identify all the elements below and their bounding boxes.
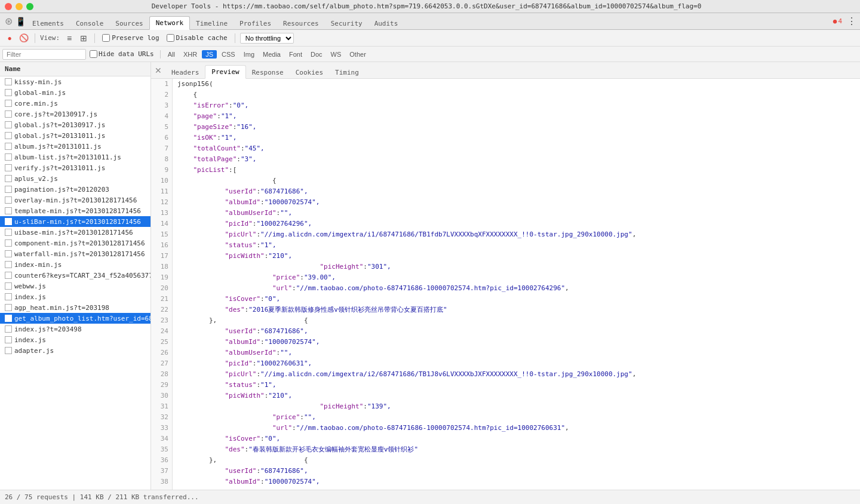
main-tab-timeline[interactable]: Timeline <box>190 17 234 30</box>
json-line-23: }, { <box>177 315 860 326</box>
mobile-icon[interactable]: 📱 <box>14 16 26 27</box>
file-list-item[interactable]: counter6?keys=TCART_234_f52a4056377... <box>0 270 150 281</box>
file-icon <box>5 239 12 247</box>
json-line-8: "totalPage":"3", <box>177 154 860 165</box>
file-icon <box>5 218 12 225</box>
json-line-22: "des":"2016夏季新款韩版修身性感v领针织衫亮丝吊带背心女夏百搭打底" <box>177 305 860 315</box>
filter-type-css[interactable]: CSS <box>218 50 239 59</box>
file-list-item[interactable]: kissy-min.js <box>0 76 150 87</box>
file-list-item[interactable]: index.js <box>0 334 150 345</box>
file-icon <box>5 229 12 236</box>
network-toolbar: 🚫 View: ≡ ⊞ Preserve log Disable cache N… <box>0 30 860 47</box>
view-label: View: <box>40 34 60 42</box>
disable-cache-checkbox[interactable] <box>167 34 174 42</box>
main-tab-audits[interactable]: Audits <box>368 17 404 30</box>
main-tab-resources[interactable]: Resources <box>277 17 325 30</box>
main-tab-network[interactable]: Network <box>149 16 190 30</box>
filter-separator <box>160 50 161 59</box>
more-options-button[interactable]: ⋮ <box>846 16 858 27</box>
minimize-button[interactable] <box>16 3 23 10</box>
file-icon <box>5 207 12 214</box>
file-list-item[interactable]: template-min.js?t=20130128171456 <box>0 205 150 216</box>
json-line-27: "picId":"10002760631", <box>177 358 860 369</box>
filter-type-doc[interactable]: Doc <box>307 50 326 59</box>
window-controls[interactable] <box>5 3 33 10</box>
file-list-item[interactable]: album-list.js?t=20131011.js <box>0 152 150 162</box>
file-list-item[interactable]: global-min.js <box>0 87 150 98</box>
filter-type-js[interactable]: JS <box>202 50 217 59</box>
file-list-item[interactable]: index.js?t=203498 <box>0 324 150 334</box>
file-list-item[interactable]: pagination.js?t=20120203 <box>0 184 150 195</box>
file-list-item[interactable]: overlay-min.js?t=20130128171456 <box>0 195 150 205</box>
file-icon <box>5 132 12 139</box>
main-tab-elements[interactable]: Elements <box>26 17 70 30</box>
json-line-39: "albumUserId":"", <box>177 487 860 490</box>
file-list-item[interactable]: index.js <box>0 291 150 302</box>
file-icon <box>5 164 12 171</box>
file-icon <box>5 261 12 268</box>
file-list-item[interactable]: adapter.js <box>0 345 150 356</box>
filter-type-xhr[interactable]: XHR <box>180 50 201 59</box>
file-icon <box>5 315 12 322</box>
filter-input[interactable] <box>2 49 86 60</box>
file-list-item[interactable]: get_album_photo_list.htm?user_id=6874... <box>0 313 150 324</box>
detail-tab-headers[interactable]: Headers <box>165 66 205 79</box>
json-line-34: "isCover":"0", <box>177 434 860 444</box>
file-list-item[interactable]: verify.js?t=20131011.js <box>0 162 150 173</box>
close-button[interactable] <box>5 3 12 10</box>
json-line-38: "albumId":"10000702574", <box>177 477 860 487</box>
preserve-log-checkbox[interactable] <box>102 34 110 42</box>
json-line-10: { <box>177 176 860 186</box>
file-list-item[interactable]: component-min.js?t=20130128171456 <box>0 238 150 248</box>
main-tab-sources[interactable]: Sources <box>109 17 149 30</box>
file-icon <box>5 110 12 118</box>
main-tab-bar: ⊛ 📱 ElementsConsoleSourcesNetworkTimelin… <box>0 13 860 30</box>
filter-type-other[interactable]: Other <box>346 50 370 59</box>
disable-cache-label[interactable]: Disable cache <box>167 34 228 42</box>
main-tab-console[interactable]: Console <box>70 17 109 30</box>
file-list-item[interactable]: core.js?t=20130917.js <box>0 109 150 119</box>
detail-tab-response[interactable]: Response <box>246 66 290 79</box>
file-icon <box>5 153 12 161</box>
filter-type-font[interactable]: Font <box>285 50 306 59</box>
filter-type-ws[interactable]: WS <box>327 50 345 59</box>
file-list-item[interactable]: core.min.js <box>0 98 150 109</box>
preserve-log-label[interactable]: Preserve log <box>102 34 159 42</box>
maximize-button[interactable] <box>26 3 33 10</box>
file-list-item[interactable]: uibase-min.js?t=20130128171456 <box>0 227 150 238</box>
devtools-icon[interactable]: ⊛ <box>2 16 14 27</box>
file-icon <box>5 196 12 204</box>
hide-data-urls-checkbox[interactable] <box>90 50 97 58</box>
file-list-item[interactable]: u-sliBar-min.js?t=20130128171456 <box>0 216 150 227</box>
file-list-item[interactable]: waterfall-min.js?t=20130128171456 <box>0 248 150 259</box>
file-list-item[interactable]: webww.js <box>0 281 150 291</box>
json-line-24: "userId":"687471686", <box>177 326 860 337</box>
detail-tab-cookies[interactable]: Cookies <box>290 66 329 79</box>
list-view-button[interactable]: ≡ <box>63 32 75 44</box>
file-list-item[interactable]: album.js?t=20131011.js <box>0 141 150 152</box>
main-tab-security[interactable]: Security <box>325 17 368 30</box>
clear-button[interactable]: 🚫 <box>18 32 30 44</box>
file-list-item[interactable]: index-min.js <box>0 259 150 270</box>
close-detail-button[interactable]: ✕ <box>153 66 163 75</box>
file-list-item[interactable]: global.js?t=20130917.js <box>0 119 150 130</box>
hide-data-urls-label[interactable]: Hide data URLs <box>90 50 154 58</box>
record-icon <box>7 34 11 42</box>
detail-tab-preview[interactable]: Preview <box>205 65 245 79</box>
detail-tab-timing[interactable]: Timing <box>329 66 365 79</box>
main-tab-profiles[interactable]: Profiles <box>234 17 277 30</box>
record-button[interactable] <box>4 32 16 44</box>
json-line-17: "picWidth":"210", <box>177 251 860 262</box>
file-list-item[interactable]: global.js?t=20131011.js <box>0 130 150 141</box>
error-count-badge: ● 4 <box>833 17 842 25</box>
json-line-19: "price":"39.00", <box>177 272 860 283</box>
file-list-item[interactable]: aplus_v2.js <box>0 173 150 184</box>
grid-view-button[interactable]: ⊞ <box>78 32 90 44</box>
file-list-item[interactable]: agp_heat.min.js?t=203198 <box>0 302 150 313</box>
throttle-select[interactable]: No throttlingGPRSRegular 2GGood 2GRegula… <box>240 33 294 44</box>
json-line-32: "price":"", <box>177 412 860 423</box>
filter-type-media[interactable]: Media <box>259 50 284 59</box>
filter-type-all[interactable]: All <box>164 50 179 59</box>
filter-type-img[interactable]: Img <box>240 50 258 59</box>
json-line-2: { <box>177 90 860 100</box>
